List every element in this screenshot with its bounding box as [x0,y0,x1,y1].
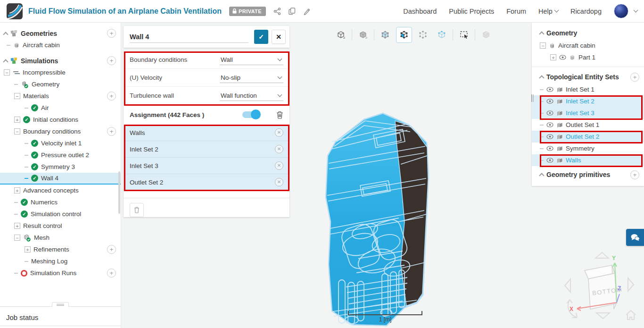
sidebar-item-simulation-runs[interactable]: Simulation Runs + [0,267,121,279]
entity-set-inlet-set-2[interactable]: Inlet Set 2 [532,95,644,107]
sidebar-scrollbar[interactable] [118,171,120,214]
assignment-visibility-toggle[interactable] [242,111,259,118]
add-refinement-button[interactable]: + [107,245,116,254]
sidebar-item-materials[interactable]: − Materials + [0,90,121,102]
assignment-item-inlet-set-2[interactable]: Inlet Set 2 ✕ [124,141,289,158]
home-view-icon[interactable] [626,311,636,320]
nav-dashboard[interactable]: Dashboard [403,8,437,15]
add-primitive-button[interactable]: + [630,170,639,179]
add-simulation-button[interactable]: + [107,56,116,65]
sidebar-item-pressure-outlet-2[interactable]: ✓ Pressure outlet 2 [0,149,121,161]
visibility-eye-icon[interactable] [546,99,553,104]
expand-box-icon[interactable]: + [25,246,31,252]
boundary-conditions-select[interactable]: Wall [220,55,283,65]
shaded-box-icon[interactable] [355,27,371,43]
panel-resize-handle[interactable] [531,94,534,102]
add-geometry-button[interactable]: + [107,29,116,38]
entity-set-inlet-set-3[interactable]: Inlet Set 3 [532,107,644,119]
navigation-gizmo[interactable]: BOTTOM X Y Z [556,243,641,328]
remove-assignment-button[interactable]: ✕ [275,178,283,186]
edit-pencil-icon[interactable] [303,8,310,15]
collapse-caret-icon[interactable] [539,173,544,178]
remove-assignment-button[interactable]: ✕ [275,128,283,137]
visibility-eye-icon[interactable] [546,122,553,127]
velocity-select[interactable]: No-slip [220,73,283,83]
sidebar-item-refinements[interactable]: + Refinements + [0,244,121,255]
topological-entity-sets-header[interactable]: Topological Entity Sets + [532,70,644,84]
sidebar-item-aircraft-cabin[interactable]: Aircraft cabin [0,39,121,51]
collapse-box-icon[interactable]: − [14,235,20,241]
vertex-select-icon[interactable] [415,27,431,43]
volume-select-icon[interactable] [377,27,393,43]
collapse-caret-icon[interactable] [539,31,544,36]
geometry-section-header[interactable]: Geometry [532,26,644,40]
sidebar-item-meshing-log[interactable]: Meshing Log [0,255,121,267]
geometry-primitives-header[interactable]: Geometry primitives + [532,168,644,181]
chat-support-button[interactable] [626,229,644,246]
sidebar-item-incompressible[interactable]: − Incompressible [0,67,121,78]
edge-select-icon[interactable] [434,27,450,43]
sidebar-item-advanced-concepts[interactable]: + Advanced concepts [0,185,121,196]
sidebar-item-geometry[interactable]: Geometry [0,78,121,90]
remove-assignment-button[interactable]: ✕ [275,161,283,170]
job-status-bar[interactable]: Job status [0,306,121,328]
entity-set-outlet-set-1[interactable]: Outlet Set 1 [532,119,644,131]
visibility-eye-icon[interactable] [559,55,566,60]
visibility-eye-icon[interactable] [546,87,553,92]
remove-assignment-button[interactable]: ✕ [275,145,283,153]
sidebar-item-air[interactable]: ✓ Air [0,102,121,114]
expand-box-icon[interactable]: + [550,54,556,60]
entity-set-inlet-set-1[interactable]: Inlet Set 1 [532,84,644,95]
nav-help[interactable]: Help [538,8,558,15]
scene-item-part-1[interactable]: + Part 1 [532,51,644,63]
nav-forum[interactable]: Forum [506,8,526,15]
expand-box-icon[interactable]: + [14,223,20,229]
scene-item-aircraft-cabin[interactable]: − Aircraft cabin [532,40,644,51]
clear-assignments-button[interactable] [130,203,144,217]
rotate-right-arrow[interactable] [628,278,634,291]
add-boundary-condition-button[interactable]: + [107,127,116,136]
share-icon[interactable] [273,8,281,15]
simscale-logo[interactable] [7,3,23,19]
sidebar-item-simulations[interactable]: Simulations + [0,55,121,67]
sidebar-item-boundary-conditions[interactable]: − Boundary conditions + [0,126,121,137]
collapse-caret-icon[interactable] [3,59,8,64]
add-material-button[interactable]: + [107,92,116,101]
nav-username[interactable]: Ricardopg [570,8,602,15]
nav-public-projects[interactable]: Public Projects [449,8,494,15]
collapse-box-icon[interactable]: − [4,69,10,76]
rotate-up-arrow[interactable] [595,252,609,258]
add-entity-set-button[interactable]: + [630,73,639,82]
visibility-eye-icon[interactable] [546,110,553,116]
solid-box-icon[interactable] [333,27,349,43]
job-status-collapse-handle[interactable] [52,302,69,307]
collapse-box-icon[interactable]: − [14,128,20,135]
delete-assignment-icon[interactable] [276,111,283,119]
face-select-icon[interactable] [396,27,412,43]
name-input[interactable] [130,31,248,43]
rotate-down-arrow[interactable] [596,313,610,319]
sidebar-item-mesh[interactable]: − Mesh [0,232,121,244]
entity-set-symmetry[interactable]: Symmetry [532,143,644,154]
sidebar-item-simulation-control[interactable]: ✓ Simulation control [0,208,121,220]
add-run-button[interactable]: + [107,269,116,278]
visibility-eye-icon[interactable] [546,134,553,139]
sidebar-item-symmetry-3[interactable]: ✓ Symmetry 3 [0,161,121,173]
turbulence-wall-select[interactable]: Wall function [220,91,283,101]
avatar[interactable] [614,4,628,18]
collapse-caret-icon[interactable] [539,75,544,80]
sidebar-item-numerics[interactable]: ✓ Numerics [0,196,121,208]
mesh-select-icon[interactable] [478,27,494,43]
sidebar-item-wall-4[interactable]: ✓ Wall 4 [0,173,121,185]
sidebar-item-result-control[interactable]: + Result control [0,220,121,232]
confirm-button[interactable]: ✓ [254,30,268,44]
entity-set-outlet-set-2[interactable]: Outlet Set 2 [532,131,644,143]
expand-box-icon[interactable]: + [14,117,20,123]
visibility-eye-icon[interactable] [546,146,553,151]
collapse-box-icon[interactable]: − [14,93,20,99]
copy-icon[interactable] [289,8,296,15]
assignment-item-outlet-set-2[interactable]: Outlet Set 2 ✕ [124,174,289,191]
account-chevron-down-icon[interactable] [634,8,638,13]
collapse-caret-icon[interactable] [3,32,8,37]
sidebar-item-initial-conditions[interactable]: + ✓ Initial conditions [0,114,121,126]
